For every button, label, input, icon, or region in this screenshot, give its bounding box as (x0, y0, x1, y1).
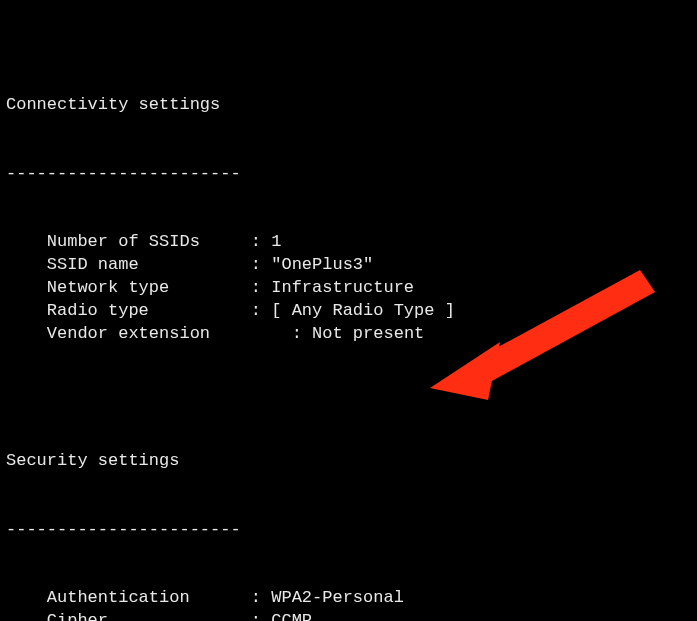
security-title: Security settings (6, 450, 691, 473)
connectivity-row: Vendor extension : Not present (6, 323, 691, 346)
security-row: Cipher : CCMP (6, 610, 691, 621)
connectivity-label: Network type (6, 277, 251, 300)
connectivity-value: "OnePlus3" (271, 254, 373, 277)
separator: : (251, 231, 271, 254)
connectivity-row: Network type : Infrastructure (6, 277, 691, 300)
connectivity-value: [ Any Radio Type ] (271, 300, 455, 323)
separator: : (251, 610, 271, 621)
connectivity-label: Vendor extension (6, 323, 251, 346)
separator: : (251, 323, 312, 346)
connectivity-label: SSID name (6, 254, 251, 277)
security-label: Authentication (6, 587, 251, 610)
separator: : (251, 277, 271, 300)
separator: : (251, 587, 271, 610)
connectivity-value: Not present (312, 323, 424, 346)
separator: : (251, 254, 271, 277)
terminal-output: Connectivity settings ------------------… (0, 0, 697, 621)
connectivity-label: Number of SSIDs (6, 231, 251, 254)
security-dashes: ----------------------- (6, 519, 691, 542)
security-value: CCMP (271, 610, 312, 621)
svg-marker-0 (430, 342, 500, 400)
connectivity-row: Radio type : [ Any Radio Type ] (6, 300, 691, 323)
connectivity-value: 1 (271, 231, 281, 254)
connectivity-row: SSID name : "OnePlus3" (6, 254, 691, 277)
security-label: Cipher (6, 610, 251, 621)
connectivity-value: Infrastructure (271, 277, 414, 300)
connectivity-title: Connectivity settings (6, 94, 691, 117)
separator: : (251, 300, 271, 323)
connectivity-label: Radio type (6, 300, 251, 323)
security-row: Authentication : WPA2-Personal (6, 587, 691, 610)
connectivity-row: Number of SSIDs : 1 (6, 231, 691, 254)
security-value: WPA2-Personal (271, 587, 404, 610)
connectivity-dashes: ----------------------- (6, 163, 691, 186)
